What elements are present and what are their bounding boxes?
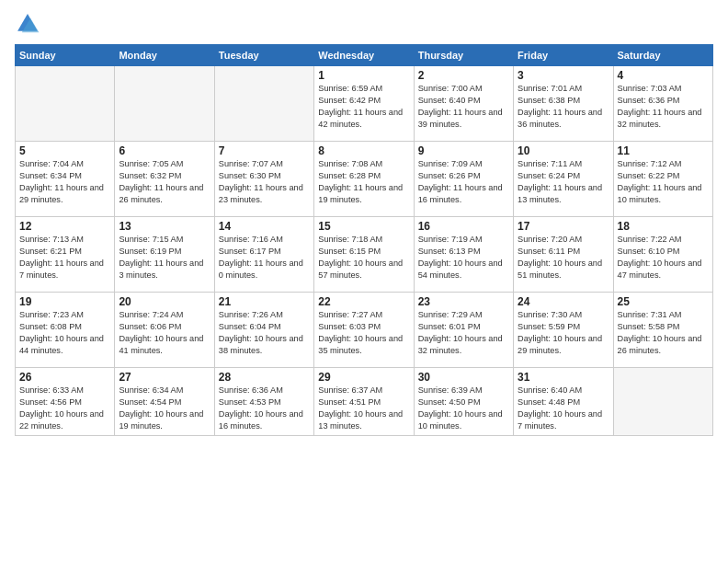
day-info: Sunrise: 7:19 AM Sunset: 6:13 PM Dayligh…: [418, 234, 509, 282]
calendar-day-cell: 23Sunrise: 7:29 AM Sunset: 6:01 PM Dayli…: [414, 293, 513, 368]
calendar-day-cell: 11Sunrise: 7:12 AM Sunset: 6:22 PM Dayli…: [613, 142, 712, 217]
calendar-day-cell: [16, 66, 115, 142]
calendar-day-cell: 1Sunrise: 6:59 AM Sunset: 6:42 PM Daylig…: [314, 66, 414, 142]
calendar-week-row: 19Sunrise: 7:23 AM Sunset: 6:08 PM Dayli…: [16, 293, 713, 368]
day-info: Sunrise: 7:03 AM Sunset: 6:36 PM Dayligh…: [618, 83, 709, 131]
weekday-header-monday: Monday: [115, 45, 214, 66]
day-number: 24: [518, 295, 609, 308]
calendar-day-cell: 6Sunrise: 7:05 AM Sunset: 6:32 PM Daylig…: [115, 142, 214, 217]
calendar-day-cell: 13Sunrise: 7:15 AM Sunset: 6:19 PM Dayli…: [115, 217, 214, 293]
day-info: Sunrise: 6:33 AM Sunset: 4:56 PM Dayligh…: [19, 385, 110, 432]
day-info: Sunrise: 7:16 AM Sunset: 6:17 PM Dayligh…: [219, 234, 310, 282]
day-info: Sunrise: 6:36 AM Sunset: 4:53 PM Dayligh…: [219, 385, 310, 432]
day-number: 16: [418, 220, 509, 233]
weekday-header-thursday: Thursday: [414, 45, 513, 66]
weekday-header-row: SundayMondayTuesdayWednesdayThursdayFrid…: [16, 45, 713, 66]
day-number: 29: [318, 371, 409, 384]
day-info: Sunrise: 7:20 AM Sunset: 6:11 PM Dayligh…: [518, 234, 609, 282]
calendar-day-cell: 10Sunrise: 7:11 AM Sunset: 6:24 PM Dayli…: [514, 142, 613, 217]
calendar-day-cell: [115, 66, 214, 142]
calendar-day-cell: 30Sunrise: 6:39 AM Sunset: 4:50 PM Dayli…: [414, 368, 513, 436]
calendar-week-row: 26Sunrise: 6:33 AM Sunset: 4:56 PM Dayli…: [16, 368, 713, 436]
day-info: Sunrise: 7:31 AM Sunset: 5:58 PM Dayligh…: [618, 309, 709, 357]
day-info: Sunrise: 7:26 AM Sunset: 6:04 PM Dayligh…: [219, 309, 310, 357]
calendar-day-cell: 20Sunrise: 7:24 AM Sunset: 6:06 PM Dayli…: [115, 293, 214, 368]
calendar-day-cell: 28Sunrise: 6:36 AM Sunset: 4:53 PM Dayli…: [214, 368, 313, 436]
calendar-day-cell: [613, 368, 712, 436]
weekday-header-friday: Friday: [514, 45, 613, 66]
day-number: 18: [618, 220, 709, 233]
day-info: Sunrise: 7:05 AM Sunset: 6:32 PM Dayligh…: [119, 158, 210, 206]
calendar-week-row: 12Sunrise: 7:13 AM Sunset: 6:21 PM Dayli…: [16, 217, 713, 293]
day-number: 13: [119, 220, 210, 233]
day-info: Sunrise: 6:34 AM Sunset: 4:54 PM Dayligh…: [119, 385, 210, 432]
weekday-header-wednesday: Wednesday: [314, 45, 414, 66]
day-info: Sunrise: 6:40 AM Sunset: 4:48 PM Dayligh…: [518, 385, 609, 432]
calendar-day-cell: 12Sunrise: 7:13 AM Sunset: 6:21 PM Dayli…: [16, 217, 115, 293]
calendar-day-cell: 5Sunrise: 7:04 AM Sunset: 6:34 PM Daylig…: [16, 142, 115, 217]
day-info: Sunrise: 7:18 AM Sunset: 6:15 PM Dayligh…: [318, 234, 409, 282]
weekday-header-tuesday: Tuesday: [214, 45, 313, 66]
day-info: Sunrise: 7:11 AM Sunset: 6:24 PM Dayligh…: [518, 158, 609, 206]
calendar-day-cell: 31Sunrise: 6:40 AM Sunset: 4:48 PM Dayli…: [514, 368, 613, 436]
calendar-table: SundayMondayTuesdayWednesdayThursdayFrid…: [15, 44, 713, 436]
day-info: Sunrise: 7:00 AM Sunset: 6:40 PM Dayligh…: [418, 83, 509, 131]
day-info: Sunrise: 7:04 AM Sunset: 6:34 PM Dayligh…: [19, 158, 110, 206]
page: SundayMondayTuesdayWednesdayThursdayFrid…: [0, 0, 728, 563]
day-number: 14: [219, 220, 310, 233]
calendar-week-row: 5Sunrise: 7:04 AM Sunset: 6:34 PM Daylig…: [16, 142, 713, 217]
day-info: Sunrise: 7:12 AM Sunset: 6:22 PM Dayligh…: [618, 158, 709, 206]
day-number: 21: [219, 295, 310, 308]
day-number: 23: [418, 295, 509, 308]
calendar-day-cell: 21Sunrise: 7:26 AM Sunset: 6:04 PM Dayli…: [214, 293, 313, 368]
day-info: Sunrise: 6:37 AM Sunset: 4:51 PM Dayligh…: [318, 385, 409, 432]
calendar-day-cell: 17Sunrise: 7:20 AM Sunset: 6:11 PM Dayli…: [514, 217, 613, 293]
calendar-day-cell: 16Sunrise: 7:19 AM Sunset: 6:13 PM Dayli…: [414, 217, 513, 293]
day-info: Sunrise: 7:30 AM Sunset: 5:59 PM Dayligh…: [518, 309, 609, 357]
weekday-header-saturday: Saturday: [613, 45, 712, 66]
day-number: 3: [518, 69, 609, 82]
calendar-day-cell: 7Sunrise: 7:07 AM Sunset: 6:30 PM Daylig…: [214, 142, 313, 217]
calendar-day-cell: 19Sunrise: 7:23 AM Sunset: 6:08 PM Dayli…: [16, 293, 115, 368]
calendar-day-cell: 22Sunrise: 7:27 AM Sunset: 6:03 PM Dayli…: [314, 293, 414, 368]
day-number: 19: [19, 295, 110, 308]
day-info: Sunrise: 6:39 AM Sunset: 4:50 PM Dayligh…: [418, 385, 509, 432]
day-info: Sunrise: 7:13 AM Sunset: 6:21 PM Dayligh…: [19, 234, 110, 282]
day-number: 4: [618, 69, 709, 82]
day-info: Sunrise: 7:27 AM Sunset: 6:03 PM Dayligh…: [318, 309, 409, 357]
day-number: 17: [518, 220, 609, 233]
calendar-day-cell: 24Sunrise: 7:30 AM Sunset: 5:59 PM Dayli…: [514, 293, 613, 368]
day-info: Sunrise: 7:15 AM Sunset: 6:19 PM Dayligh…: [119, 234, 210, 282]
day-info: Sunrise: 7:29 AM Sunset: 6:01 PM Dayligh…: [418, 309, 509, 357]
day-number: 30: [418, 371, 509, 384]
day-number: 10: [518, 144, 609, 157]
day-info: Sunrise: 7:01 AM Sunset: 6:38 PM Dayligh…: [518, 83, 609, 131]
calendar-day-cell: 29Sunrise: 6:37 AM Sunset: 4:51 PM Dayli…: [314, 368, 414, 436]
day-number: 7: [219, 144, 310, 157]
day-number: 26: [19, 371, 110, 384]
calendar-day-cell: 4Sunrise: 7:03 AM Sunset: 6:36 PM Daylig…: [613, 66, 712, 142]
logo-icon: [15, 11, 40, 37]
day-number: 8: [318, 144, 409, 157]
day-number: 11: [618, 144, 709, 157]
header: [15, 11, 713, 37]
day-number: 25: [618, 295, 709, 308]
calendar-day-cell: 2Sunrise: 7:00 AM Sunset: 6:40 PM Daylig…: [414, 66, 513, 142]
calendar-day-cell: 26Sunrise: 6:33 AM Sunset: 4:56 PM Dayli…: [16, 368, 115, 436]
calendar-day-cell: 15Sunrise: 7:18 AM Sunset: 6:15 PM Dayli…: [314, 217, 414, 293]
day-number: 6: [119, 144, 210, 157]
day-number: 20: [119, 295, 210, 308]
calendar-day-cell: 9Sunrise: 7:09 AM Sunset: 6:26 PM Daylig…: [414, 142, 513, 217]
calendar-day-cell: 3Sunrise: 7:01 AM Sunset: 6:38 PM Daylig…: [514, 66, 613, 142]
day-number: 1: [318, 69, 409, 82]
calendar-day-cell: [214, 66, 313, 142]
calendar-week-row: 1Sunrise: 6:59 AM Sunset: 6:42 PM Daylig…: [16, 66, 713, 142]
day-number: 15: [318, 220, 409, 233]
day-number: 9: [418, 144, 509, 157]
calendar-day-cell: 27Sunrise: 6:34 AM Sunset: 4:54 PM Dayli…: [115, 368, 214, 436]
day-number: 12: [19, 220, 110, 233]
day-number: 5: [19, 144, 110, 157]
day-info: Sunrise: 7:22 AM Sunset: 6:10 PM Dayligh…: [618, 234, 709, 282]
day-info: Sunrise: 7:08 AM Sunset: 6:28 PM Dayligh…: [318, 158, 409, 206]
day-info: Sunrise: 7:09 AM Sunset: 6:26 PM Dayligh…: [418, 158, 509, 206]
